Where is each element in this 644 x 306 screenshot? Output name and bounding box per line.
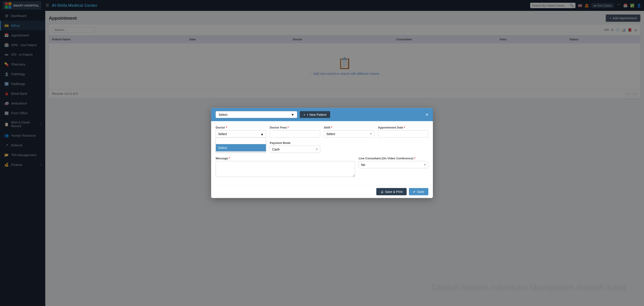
save-print-label: Save & Print <box>385 190 402 194</box>
modal-header-left: Select ▼ + + New Patient <box>216 111 330 118</box>
doctor-label: Doctor * <box>216 126 266 129</box>
new-patient-label: + New Patient <box>306 113 326 116</box>
live-consultant-select-wrapper: No Yes <box>359 161 428 169</box>
doctor-fees-input[interactable] <box>270 130 320 137</box>
spacer-2 <box>378 141 428 153</box>
live-consultant-group: Live Consultant (On Video Conference) * … <box>359 157 428 177</box>
spacer-1 <box>324 141 374 153</box>
doctor-option-select[interactable]: Select <box>216 144 266 151</box>
doctor-group: Doctor * Select ▲ Select <box>216 126 266 137</box>
patient-select[interactable]: Select ▼ <box>216 111 297 118</box>
shift-select[interactable]: Select <box>324 130 374 137</box>
modal-close-button[interactable]: × <box>426 112 428 117</box>
modal-header: Select ▼ + + New Patient × <box>211 108 433 121</box>
message-textarea[interactable] <box>216 161 355 177</box>
doctor-fees-label: Doctor Fees * <box>270 126 320 129</box>
chevron-up-icon: ▲ <box>260 132 264 136</box>
live-consultant-label: Live Consultant (On Video Conference) * <box>359 157 428 160</box>
modal-body: Doctor * Select ▲ Select Doctor Fee <box>211 121 433 185</box>
shift-select-wrapper: Select <box>324 130 374 137</box>
appointment-date-group: Appointment Date * <box>378 126 428 137</box>
plus-icon: + <box>304 113 305 116</box>
appointment-date-input[interactable] <box>378 130 428 137</box>
doctor-select[interactable]: Select ▲ <box>216 130 266 137</box>
live-consultant-select[interactable]: No Yes <box>359 161 428 169</box>
shift-group: Shift * Select <box>324 126 374 137</box>
shift-label: Shift * <box>324 126 374 129</box>
form-row-1: Doctor * Select ▲ Select Doctor Fee <box>216 126 428 137</box>
printer-icon: 🖨 <box>380 190 384 194</box>
doctor-dropdown: Select ▲ Select <box>216 130 266 137</box>
check-icon: ✔ <box>413 190 416 194</box>
patient-select-value: Select <box>218 113 228 116</box>
doctor-fees-group: Doctor Fees * <box>270 126 320 137</box>
payment-mode-select-wrapper: Cash Card Online <box>270 146 320 153</box>
doctor-select-value: Select <box>218 132 227 136</box>
doctor-dropdown-menu: Select <box>216 137 266 152</box>
payment-mode-select[interactable]: Cash Card Online <box>270 146 320 153</box>
doctor-search-input[interactable] <box>216 138 266 144</box>
form-row-3: Message * Live Consultant (On Video Conf… <box>216 157 428 177</box>
new-patient-button[interactable]: + + New Patient <box>300 111 330 118</box>
save-button[interactable]: ✔ Save <box>409 188 428 195</box>
modal-footer: 🖨 Save & Print ✔ Save <box>211 185 433 198</box>
appointment-modal: Select ▼ + + New Patient × Doctor * Sele… <box>211 108 433 198</box>
message-group: Message * <box>216 157 355 177</box>
chevron-down-icon: ▼ <box>291 113 294 116</box>
payment-mode-group: Payment Mode Cash Card Online <box>270 141 320 153</box>
appointment-date-label: Appointment Date * <box>378 126 428 129</box>
payment-mode-label: Payment Mode <box>270 141 320 145</box>
save-print-button[interactable]: 🖨 Save & Print <box>376 188 407 195</box>
save-label: Save <box>417 190 424 194</box>
message-label: Message * <box>216 157 355 160</box>
